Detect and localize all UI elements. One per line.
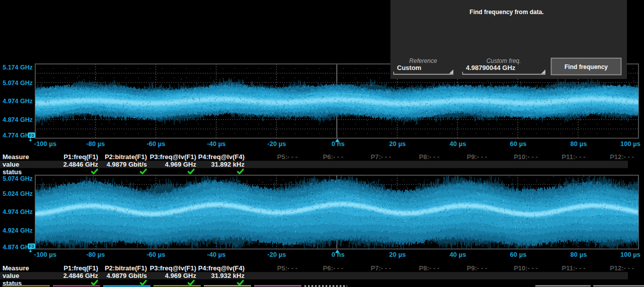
svg-text:P1:freq(F1): P1:freq(F1) [63,153,98,161]
svg-text:60 µs: 60 µs [510,251,527,258]
svg-text:4.98790044 GHz: 4.98790044 GHz [466,64,516,71]
svg-text:4.974 GHz: 4.974 GHz [3,98,33,105]
svg-text:P6:- - -: P6:- - - [323,264,343,272]
svg-text:4.9879 Gbit/s: 4.9879 Gbit/s [107,161,147,168]
svg-text:5.074 GHz: 5.074 GHz [3,80,33,87]
svg-text:-20 µs: -20 µs [267,140,286,148]
svg-text:4.974 GHz: 4.974 GHz [3,208,33,216]
svg-text:5.074 GHz: 5.074 GHz [3,175,33,182]
svg-text:Custom: Custom [397,64,421,71]
svg-text:value: value [3,161,19,168]
svg-text:5.024 GHz: 5.024 GHz [3,190,33,197]
svg-text:P12:- - -: P12:- - - [610,153,634,161]
svg-text:P2:bitrate(F1): P2:bitrate(F1) [105,153,147,161]
svg-text:20 µs: 20 µs [389,140,406,148]
svg-text:P5:- - -: P5:- - - [277,264,297,272]
svg-text:P1:freq(F1): P1:freq(F1) [63,264,98,272]
svg-text:P11:- - -: P11:- - - [562,153,586,161]
svg-text:-40 µs: -40 µs [207,251,225,258]
svg-text:-100 µs: -100 µs [34,140,56,148]
svg-text:2.4846 GHz: 2.4846 GHz [63,272,99,279]
svg-text:31.892 kHz: 31.892 kHz [211,161,245,168]
svg-text:P3:freq@lv(F1): P3:freq@lv(F1) [150,264,196,272]
svg-text:60 µs: 60 µs [510,140,527,148]
svg-text:-100 µs: -100 µs [34,251,56,258]
svg-text:status: status [3,168,22,176]
svg-text:P5:- - -: P5:- - - [277,153,297,161]
svg-text:4.924 GHz: 4.924 GHz [3,227,33,234]
svg-text:value: value [3,272,19,279]
svg-text:40 µs: 40 µs [450,140,466,148]
svg-text:P9:- - -: P9:- - - [467,153,487,161]
svg-text:P12:- - -: P12:- - - [610,264,634,272]
svg-text:Find frequency from data.: Find frequency from data. [469,9,543,16]
svg-text:P8:- - -: P8:- - - [419,264,439,272]
svg-text:80 µs: 80 µs [571,140,587,148]
svg-text:-20 µs: -20 µs [267,251,286,258]
svg-text:-60 µs: -60 µs [146,140,165,148]
svg-text:5.174 GHz: 5.174 GHz [3,64,33,71]
svg-text:100 µs: 100 µs [620,140,640,148]
svg-text:-80 µs: -80 µs [86,140,105,148]
svg-text:4.9879 Gbit/s: 4.9879 Gbit/s [107,272,147,279]
svg-text:31.932 kHz: 31.932 kHz [211,272,245,279]
svg-text:Measure: Measure [3,264,29,272]
svg-text:-80 µs: -80 µs [86,251,105,258]
svg-text:P10:- - -: P10:- - - [514,153,538,161]
svg-text:Find frequency: Find frequency [565,63,608,70]
svg-text:Measure: Measure [3,153,29,161]
svg-text:20 µs: 20 µs [389,251,406,258]
svg-text:P9:- - -: P9:- - - [467,264,487,272]
svg-text:80 µs: 80 µs [571,251,587,258]
svg-text:P10:- - -: P10:- - - [514,264,538,272]
svg-text:4.874 GHz: 4.874 GHz [3,116,33,123]
svg-text:P11:- - -: P11:- - - [562,264,586,272]
svg-text:2.4846 GHz: 2.4846 GHz [63,161,99,168]
svg-text:-60 µs: -60 µs [146,251,165,258]
svg-text:4.969 GHz: 4.969 GHz [165,272,197,279]
svg-text:P7:- - -: P7:- - - [371,264,391,272]
svg-text:F3: F3 [29,133,34,138]
svg-text:P3:freq@lv(F1): P3:freq@lv(F1) [150,153,196,161]
svg-text:40 µs: 40 µs [450,251,466,258]
svg-text:4.969 GHz: 4.969 GHz [165,161,197,168]
svg-text:P8:- - -: P8:- - - [419,153,439,161]
svg-text:100 µs: 100 µs [620,251,640,258]
svg-text:P6:- - -: P6:- - - [323,153,343,161]
svg-text:P4:freq@lv(F4): P4:freq@lv(F4) [198,264,245,272]
svg-text:P4:freq@lv(F4): P4:freq@lv(F4) [198,153,245,161]
svg-text:P7:- - -: P7:- - - [371,153,391,161]
svg-text:-40 µs: -40 µs [207,140,225,148]
svg-text:F3: F3 [29,244,34,249]
svg-text:P2:bitrate(F1): P2:bitrate(F1) [105,264,147,272]
